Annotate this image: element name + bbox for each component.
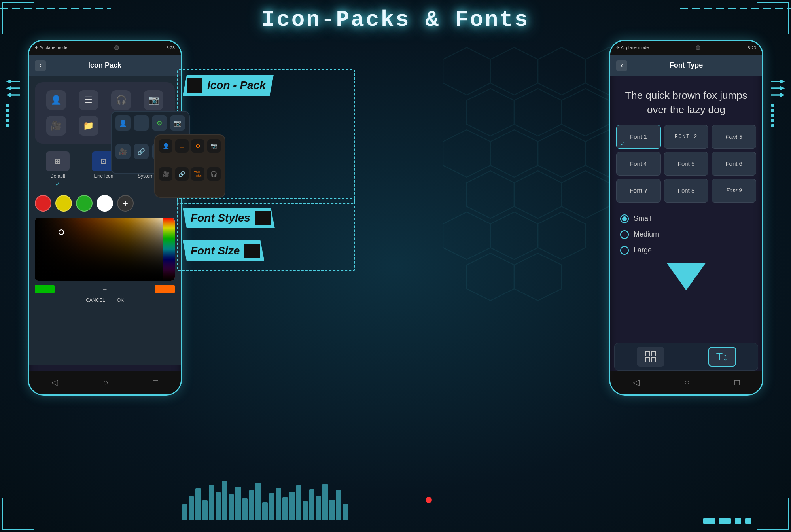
- icon-folder-thumb: 📁: [79, 116, 98, 136]
- color-yellow[interactable]: [55, 195, 72, 212]
- nav-dot-2: [719, 518, 731, 524]
- font-grid: Font 1 ✓ FONT 2 Font 3 Font 4 Font 5 Fon…: [610, 125, 762, 203]
- eq-bar-2: [189, 496, 194, 520]
- size-small-label: Small: [634, 214, 651, 223]
- color-to-swatch: [155, 285, 175, 293]
- icon-messages-thumb: ☰: [79, 90, 98, 110]
- icon-type-default-check: ✓: [55, 181, 60, 187]
- banner-font-styles: Font Styles: [183, 208, 275, 228]
- font-1-check: ✓: [621, 141, 624, 147]
- font-btn-5[interactable]: Font 5: [664, 152, 709, 176]
- fo-youtube: YouTube: [191, 167, 204, 181]
- border-line-left: [0, 8, 111, 9]
- toolbar-icon-grid[interactable]: [637, 347, 664, 367]
- fo-video: 🎥: [159, 167, 172, 181]
- svg-rect-3: [645, 358, 650, 362]
- font-btn-6[interactable]: Font 6: [712, 152, 756, 176]
- fo-camera: 📷: [207, 139, 221, 153]
- icon-contacts-thumb: 👤: [46, 90, 66, 110]
- size-large[interactable]: Large: [620, 246, 752, 255]
- grid-icon: [645, 351, 657, 363]
- banner-font-size-text: Font Size: [191, 244, 240, 257]
- eq-bar-16: [282, 497, 288, 520]
- nav-home-icon[interactable]: ○: [103, 377, 108, 388]
- add-color-button[interactable]: +: [117, 195, 134, 212]
- nav-back-icon[interactable]: ◁: [51, 377, 58, 388]
- icon-type-default-thumb: ⊞: [46, 151, 70, 171]
- font-2-label: FONT 2: [675, 134, 698, 140]
- left-phone-header: ‹ Icon Pack: [29, 55, 181, 76]
- left-phone-status-bar: ✈ Airplane mode 8:23: [29, 41, 181, 55]
- arrow-icon: →: [102, 286, 108, 293]
- nav-recent-icon[interactable]: □: [153, 377, 158, 388]
- size-medium-label: Medium: [634, 230, 659, 239]
- left-phone-nav: ◁ ○ □: [29, 371, 181, 394]
- camera-notch-right: [696, 45, 700, 50]
- eq-bar-6: [216, 492, 221, 520]
- cancel-button[interactable]: CANCEL: [86, 297, 105, 303]
- color-green[interactable]: [76, 195, 93, 212]
- font-8-label: Font 8: [678, 187, 695, 194]
- font-5-label: Font 5: [678, 160, 695, 167]
- eq-bar-3: [195, 488, 201, 520]
- icon-type-default[interactable]: ⊞ Default ✓: [46, 151, 70, 187]
- color-from-swatch: [35, 285, 55, 293]
- color-hue-strip[interactable]: [163, 218, 175, 281]
- fo-link: 🔗: [175, 167, 189, 181]
- font-size-radio-group: Small Medium Large: [610, 210, 762, 259]
- svg-marker-0: [443, 47, 483, 87]
- ok-button[interactable]: OK: [117, 297, 124, 303]
- font-btn-4[interactable]: Font 4: [616, 152, 661, 176]
- eq-bar-12: [255, 483, 261, 520]
- status-time-right: 8:23: [748, 45, 756, 50]
- eq-bar-19: [303, 501, 308, 520]
- fo-contacts: 👤: [159, 139, 172, 153]
- banner-icon-pack: Icon - Pack: [183, 75, 274, 96]
- fp-camera2: 📷: [170, 115, 185, 131]
- svg-rect-2: [651, 352, 656, 356]
- border-line-right: [680, 8, 791, 9]
- status-airplane-right: ✈ Airplane mode: [616, 45, 649, 50]
- eq-bar-11: [249, 490, 254, 520]
- fp-video2: 🎥: [115, 144, 131, 159]
- toolbar-icon-font[interactable]: T↕: [708, 347, 736, 367]
- size-small[interactable]: Small: [620, 214, 752, 223]
- nav-recent-icon-right[interactable]: □: [734, 377, 740, 388]
- icon-headphones: 🎧: [108, 90, 134, 110]
- eq-bar-25: [343, 504, 348, 520]
- back-button-right[interactable]: ‹: [616, 60, 627, 71]
- equalizer-bars: [182, 481, 348, 520]
- eq-bar-4: [202, 500, 208, 520]
- radio-large-outer: [620, 246, 629, 255]
- icon-folder: 📁: [75, 116, 102, 136]
- font-btn-2[interactable]: FONT 2: [664, 125, 709, 149]
- nav-back-icon-right[interactable]: ◁: [633, 377, 640, 388]
- font-btn-7[interactable]: Font 7: [616, 179, 661, 203]
- font-btn-1[interactable]: Font 1 ✓: [616, 125, 661, 149]
- font-preview: The quick brown fox jumps over the lazy …: [610, 76, 762, 125]
- size-large-label: Large: [634, 246, 652, 254]
- font-btn-8[interactable]: Font 8: [664, 179, 709, 203]
- triangle-down-icon: [666, 263, 706, 290]
- color-red[interactable]: [35, 195, 51, 212]
- left-phone-title: Icon Pack: [50, 61, 160, 70]
- icon-camera-thumb: 📷: [144, 90, 163, 110]
- nav-home-icon-right[interactable]: ○: [684, 377, 689, 388]
- banner-font-styles-text: Font Styles: [191, 212, 250, 224]
- status-airplane: ✈ Airplane mode: [35, 45, 67, 50]
- red-indicator-dot: [426, 497, 432, 503]
- font-btn-3[interactable]: Font 3: [712, 125, 756, 149]
- back-button-left[interactable]: ‹: [35, 60, 46, 71]
- right-phone-title: Font Type: [631, 61, 741, 70]
- nav-dot-1: [703, 518, 715, 524]
- color-swatch-row: +: [35, 195, 175, 212]
- fo-headphones: 🎧: [207, 167, 221, 181]
- font-btn-9[interactable]: Font 9: [712, 179, 756, 203]
- color-picker-gradient[interactable]: [35, 218, 175, 281]
- color-white[interactable]: [97, 195, 113, 212]
- size-medium[interactable]: Medium: [620, 230, 752, 239]
- font-9-label: Font 9: [726, 187, 742, 194]
- fp-messages: ☰: [134, 115, 149, 131]
- icon-headphones-thumb: 🎧: [111, 90, 131, 110]
- radio-small-inner: [622, 216, 627, 221]
